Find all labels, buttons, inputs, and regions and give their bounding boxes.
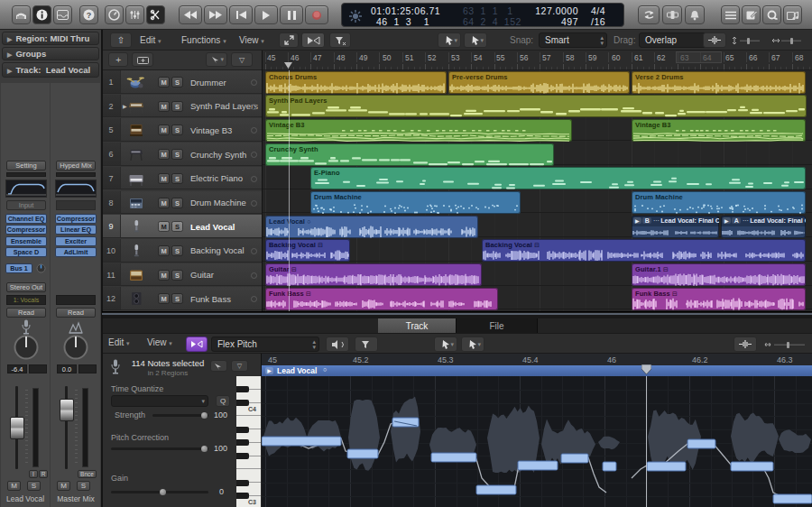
svg-text:?: ?	[87, 11, 92, 20]
